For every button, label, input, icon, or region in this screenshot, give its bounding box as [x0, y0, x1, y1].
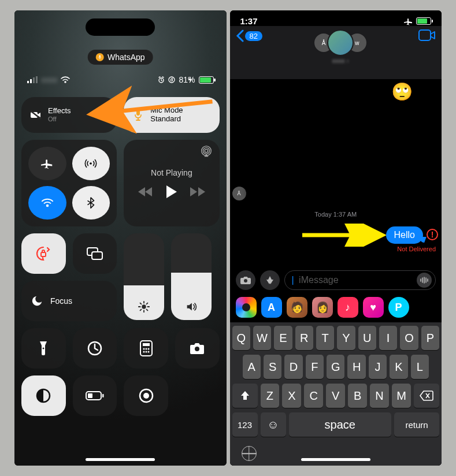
chat-title-group[interactable]: Å w xxxx › — [317, 29, 364, 64]
wifi-button[interactable] — [28, 186, 66, 220]
connectivity-tile[interactable] — [21, 140, 117, 226]
battery-icon — [416, 17, 431, 25]
cellular-data-button[interactable] — [72, 147, 110, 180]
outgoing-message-bubble[interactable]: Hello — [386, 226, 423, 244]
play-button[interactable] — [166, 185, 177, 198]
key-n[interactable]: N — [370, 384, 389, 408]
dynamic-island — [86, 18, 155, 36]
key-a[interactable]: A — [243, 355, 261, 379]
redacted-message — [242, 120, 294, 133]
shift-key[interactable] — [232, 384, 258, 408]
brightness-slider[interactable] — [124, 233, 164, 320]
imessage-app-strip[interactable]: A 🧑 👩 ♪ ♥ P — [230, 295, 442, 322]
space-key[interactable]: space — [289, 412, 392, 437]
compose-bar: | iMessage — [230, 266, 442, 295]
key-z[interactable]: Z — [261, 384, 280, 408]
camera-button[interactable] — [236, 270, 255, 290]
svg-point-20 — [43, 348, 45, 349]
next-track-button[interactable] — [190, 187, 205, 197]
globe-icon[interactable] — [242, 446, 257, 461]
effects-state: Off — [48, 116, 71, 123]
airplane-mode-icon — [404, 17, 413, 26]
screen-mirroring-button[interactable] — [73, 233, 117, 274]
key-u[interactable]: U — [358, 326, 376, 350]
keyboard-row-3: ZXCVBNM — [232, 384, 440, 408]
key-w[interactable]: W — [253, 326, 271, 350]
svg-point-19 — [142, 304, 146, 308]
memoji-app-icon[interactable]: 🧑 — [287, 297, 307, 318]
app-store-button[interactable] — [260, 270, 280, 290]
effects-label: Effects — [48, 107, 71, 116]
home-indicator[interactable] — [86, 458, 155, 461]
key-p[interactable]: P — [421, 326, 439, 350]
low-power-button[interactable] — [73, 375, 117, 416]
key-y[interactable]: Y — [337, 326, 355, 350]
key-h[interactable]: H — [347, 355, 365, 379]
photos-app-icon[interactable] — [236, 297, 257, 318]
home-indicator[interactable] — [301, 458, 370, 461]
key-i[interactable]: I — [379, 326, 397, 350]
key-l[interactable]: L — [411, 355, 429, 379]
numbers-key[interactable]: 123 — [232, 412, 258, 437]
screen-record-button[interactable] — [124, 375, 168, 416]
svg-point-27 — [143, 351, 144, 353]
svg-rect-2 — [30, 79, 32, 83]
avatar-group: Å w — [317, 29, 364, 56]
key-f[interactable]: F — [306, 355, 324, 379]
avatar-large — [327, 29, 354, 56]
svg-point-13 — [205, 149, 208, 153]
key-x[interactable]: X — [282, 384, 301, 408]
delivery-error-icon[interactable]: ! — [427, 229, 438, 240]
key-s[interactable]: S — [264, 355, 281, 379]
key-k[interactable]: K — [390, 355, 407, 379]
digital-touch-app-icon[interactable]: ♥ — [363, 297, 384, 318]
key-v[interactable]: V — [326, 384, 345, 408]
camera-button[interactable] — [175, 328, 220, 369]
svg-rect-34 — [102, 394, 104, 397]
volume-slider[interactable] — [171, 233, 212, 320]
key-g[interactable]: G — [327, 355, 344, 379]
dark-mode-button[interactable] — [21, 375, 66, 416]
battery-icon — [199, 76, 214, 84]
message-input[interactable]: | iMessage — [284, 270, 436, 290]
message-placeholder: iMessage — [296, 275, 339, 285]
timer-button[interactable] — [73, 328, 117, 369]
orientation-lock-button[interactable] — [21, 233, 66, 274]
app-store-app-icon[interactable]: A — [261, 297, 282, 318]
key-o[interactable]: O — [400, 326, 418, 350]
key-m[interactable]: M — [392, 384, 411, 408]
video-icon — [418, 29, 436, 41]
back-button[interactable]: 82 — [236, 29, 262, 42]
video-call-button[interactable] — [418, 29, 436, 41]
emoji-key[interactable]: ☺ — [261, 412, 286, 437]
previous-track-button[interactable] — [138, 187, 153, 197]
redacted-message — [242, 157, 311, 170]
key-b[interactable]: B — [348, 384, 367, 408]
svg-rect-3 — [33, 77, 35, 83]
keyboard[interactable]: QWERTYUIOP ASDFGHJKL ZXCVBNM 123 ☺ space… — [230, 322, 442, 466]
key-j[interactable]: J — [369, 355, 387, 379]
key-d[interactable]: D — [284, 355, 302, 379]
key-t[interactable]: T — [316, 326, 334, 350]
unread-badge: 82 — [245, 31, 262, 41]
return-key[interactable]: return — [394, 412, 439, 437]
redacted-message — [242, 174, 282, 185]
backspace-key[interactable] — [414, 384, 439, 408]
memoji2-app-icon[interactable]: 👩 — [312, 297, 333, 318]
p-app-icon[interactable]: P — [388, 297, 409, 318]
chat-scroll-area[interactable]: 🙄 Å Today 1:37 AM Hello ! Not Delivered — [230, 79, 442, 266]
calculator-button[interactable] — [124, 328, 168, 369]
key-q[interactable]: Q — [232, 326, 250, 350]
audio-message-button[interactable] — [417, 273, 432, 288]
focus-button[interactable]: Focus — [21, 281, 117, 321]
music-app-icon[interactable]: ♪ — [338, 297, 358, 318]
airplay-icon[interactable] — [200, 146, 213, 158]
flashlight-button[interactable] — [21, 328, 66, 369]
chat-header: 82 Å w xxxx › — [230, 26, 442, 79]
keyboard-row-4: 123 ☺ space return — [232, 412, 440, 437]
bluetooth-button[interactable] — [72, 186, 110, 220]
key-r[interactable]: R — [295, 326, 313, 350]
airplane-mode-button[interactable] — [28, 147, 66, 180]
key-e[interactable]: E — [274, 326, 292, 350]
key-c[interactable]: C — [304, 384, 323, 408]
